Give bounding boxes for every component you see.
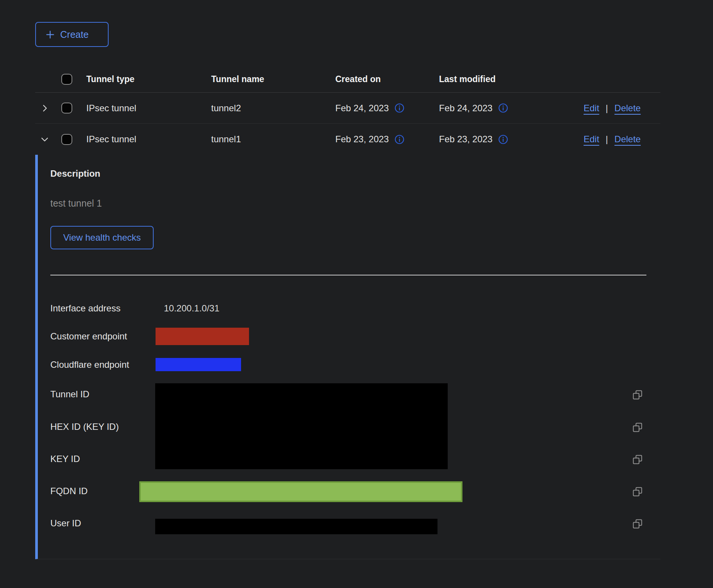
tunnels-table: Tunnel type Tunnel name Created on Last … xyxy=(35,66,660,155)
edit-link[interactable]: Edit xyxy=(584,103,599,114)
interface-address-label: Interface address xyxy=(50,303,120,314)
created-on-value: Feb 24, 2023 xyxy=(335,103,389,114)
copy-fqdn-id-button[interactable] xyxy=(631,485,643,498)
created-on-cell: Feb 23, 2023 xyxy=(335,134,439,145)
last-modified-cell: Feb 24, 2023 xyxy=(439,103,584,114)
ids-redaction-block xyxy=(155,383,448,469)
tunnel-name-cell: tunnel1 xyxy=(211,134,335,145)
copy-hex-id-button[interactable] xyxy=(631,421,643,433)
hex-id-label: HEX ID (KEY ID) xyxy=(50,421,119,432)
last-modified-value: Feb 23, 2023 xyxy=(439,134,492,145)
info-icon xyxy=(498,103,508,113)
chevron-down-icon xyxy=(40,135,49,143)
section-divider xyxy=(50,275,646,275)
info-icon xyxy=(394,134,405,145)
actions-separator: | xyxy=(606,134,608,145)
header-created-on: Created on xyxy=(335,74,439,84)
key-id-label: KEY ID xyxy=(50,453,80,465)
copy-icon xyxy=(632,486,643,498)
header-tunnel-type: Tunnel type xyxy=(86,74,211,84)
plus-icon xyxy=(45,30,55,40)
edit-link[interactable]: Edit xyxy=(584,134,599,145)
copy-tunnel-id-button[interactable] xyxy=(631,389,643,401)
cloudflare-endpoint-redaction xyxy=(156,358,241,371)
last-modified-cell: Feb 23, 2023 xyxy=(439,134,584,145)
chevron-right-icon xyxy=(40,104,49,112)
last-modified-info-button[interactable] xyxy=(498,103,508,113)
expand-row-button[interactable] xyxy=(39,103,50,114)
row-checkbox[interactable] xyxy=(61,103,72,114)
row-checkbox[interactable] xyxy=(61,134,72,145)
actions-separator: | xyxy=(606,103,608,114)
info-icon xyxy=(394,103,405,113)
table-row-tunnel1: IPsec tunnel tunnel1 Feb 23, 2023 Feb 23… xyxy=(35,124,660,155)
delete-link[interactable]: Delete xyxy=(615,103,641,114)
row-actions: Edit | Delete xyxy=(584,103,660,114)
copy-icon xyxy=(632,454,643,465)
last-modified-info-button[interactable] xyxy=(498,134,508,145)
interface-address-value: 10.200.1.0/31 xyxy=(164,303,220,314)
tunnel-id-label: Tunnel ID xyxy=(50,389,89,400)
fqdn-id-label: FQDN ID xyxy=(50,485,88,497)
header-tunnel-name: Tunnel name xyxy=(211,74,335,84)
tunnel-name-cell: tunnel2 xyxy=(211,103,335,114)
cloudflare-endpoint-label: Cloudflare endpoint xyxy=(50,359,129,370)
row-actions: Edit | Delete xyxy=(584,134,660,145)
created-on-info-button[interactable] xyxy=(394,134,405,145)
created-on-value: Feb 23, 2023 xyxy=(335,134,389,145)
description-text: test tunnel 1 xyxy=(50,198,102,209)
delete-link[interactable]: Delete xyxy=(615,134,641,145)
user-id-redaction xyxy=(155,519,437,534)
collapse-row-button[interactable] xyxy=(39,134,50,145)
copy-icon xyxy=(632,389,643,401)
last-modified-value: Feb 24, 2023 xyxy=(439,103,492,114)
create-button[interactable]: Create xyxy=(35,22,109,47)
select-all-checkbox[interactable] xyxy=(61,74,72,85)
info-icon xyxy=(498,134,508,145)
tunnels-page: Create Tunnel type Tunnel name Created o… xyxy=(0,0,713,588)
user-id-label: User ID xyxy=(50,518,81,529)
customer-endpoint-redaction xyxy=(156,328,249,345)
tunnel-detail-panel: Description test tunnel 1 View health ch… xyxy=(35,155,660,559)
customer-endpoint-label: Customer endpoint xyxy=(50,331,127,342)
copy-icon xyxy=(632,518,643,530)
created-on-cell: Feb 24, 2023 xyxy=(335,103,439,114)
tunnel-type-cell: IPsec tunnel xyxy=(86,134,211,145)
created-on-info-button[interactable] xyxy=(394,103,405,113)
description-heading: Description xyxy=(50,168,100,179)
table-header-row: Tunnel type Tunnel name Created on Last … xyxy=(35,66,660,93)
view-health-checks-button[interactable]: View health checks xyxy=(50,226,154,249)
header-last-modified: Last modified xyxy=(439,74,584,84)
copy-key-id-button[interactable] xyxy=(631,453,643,465)
tunnel-type-cell: IPsec tunnel xyxy=(86,103,211,114)
create-button-label: Create xyxy=(60,29,89,40)
table-row-tunnel2: IPsec tunnel tunnel2 Feb 24, 2023 Feb 24… xyxy=(35,93,660,124)
copy-icon xyxy=(632,422,643,433)
copy-user-id-button[interactable] xyxy=(631,518,643,530)
fqdn-id-redaction xyxy=(139,481,462,502)
